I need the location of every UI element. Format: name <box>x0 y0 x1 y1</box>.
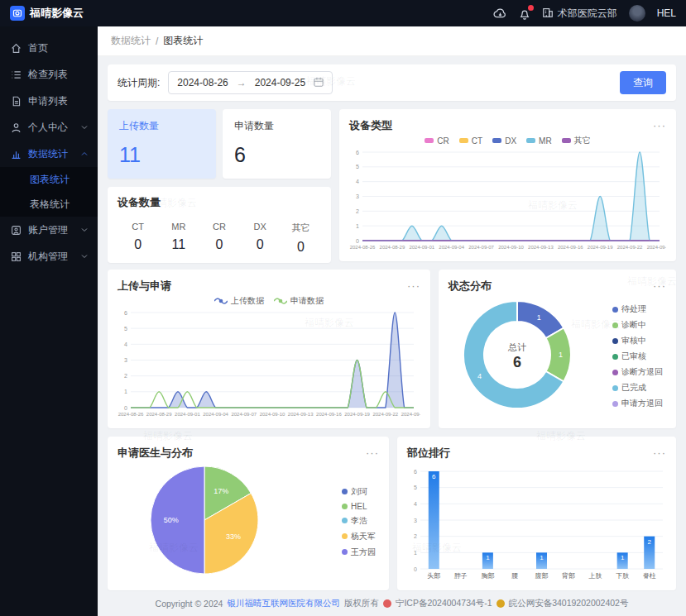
svg-text:2024-09-07: 2024-09-07 <box>468 245 494 250</box>
notification-bell-icon[interactable] <box>519 7 530 20</box>
legend-label: 李浩 <box>351 515 367 527</box>
data-statistics-submenu: 图表统计 表格统计 <box>0 167 98 217</box>
legend-item-诊断方退回[interactable]: 诊断方退回 <box>612 366 663 378</box>
sidebar-item-chart-statistics[interactable]: 图表统计 <box>0 167 98 192</box>
cloud-download-icon[interactable] <box>493 7 507 19</box>
svg-text:5: 5 <box>414 485 417 490</box>
date-range-picker[interactable]: 2024-08-26 → 2024-09-25 <box>168 71 333 94</box>
avatar[interactable] <box>629 5 645 21</box>
sidebar-item-account-management[interactable]: 账户管理 <box>0 217 98 243</box>
legend-item-审核中[interactable]: 审核中 <box>612 335 663 346</box>
svg-text:2: 2 <box>124 373 127 379</box>
legend-item-MR[interactable]: MR <box>526 136 552 146</box>
svg-text:脖子: 脖子 <box>454 572 468 580</box>
end-date: 2024-09-25 <box>255 77 305 88</box>
part-ranking-title: 部位排行 <box>407 446 450 461</box>
sidebar-item-label: 图表统计 <box>30 173 70 187</box>
legend-item-待处理[interactable]: 待处理 <box>612 303 663 315</box>
svg-text:2024-09-10: 2024-09-10 <box>260 412 285 417</box>
legend-item-其它[interactable]: 其它 <box>562 135 591 146</box>
svg-text:头部: 头部 <box>427 572 440 580</box>
company-link[interactable]: 银川福晴互联网医院有限公司 <box>227 598 340 609</box>
legend-item-HEL[interactable]: HEL <box>342 502 376 511</box>
more-menu-icon[interactable]: ··· <box>366 448 379 458</box>
legend-item-申请数据[interactable]: 申请数据 <box>274 295 324 307</box>
copyright-text: Copyright © 2024 <box>156 599 223 609</box>
legend-item-诊断中[interactable]: 诊断中 <box>612 319 663 331</box>
range-arrow: → <box>237 77 247 88</box>
legend-label: 已完成 <box>621 382 646 394</box>
legend-item-CR[interactable]: CR <box>425 136 449 146</box>
legend-item-上传数据[interactable]: 上传数据 <box>214 295 264 307</box>
police-number[interactable]: 皖公网安备34019202002402号 <box>509 598 629 609</box>
legend-label: MR <box>539 136 552 146</box>
legend-item-王方园[interactable]: 王方园 <box>342 547 376 558</box>
upload-apply-title: 上传与申请 <box>118 279 171 294</box>
legend-item-李浩[interactable]: 李浩 <box>342 515 376 527</box>
sidebar-item-exam-list[interactable]: 检查列表 <box>0 61 98 88</box>
legend-item-杨天军[interactable]: 杨天军 <box>342 531 376 542</box>
legend-label: DX <box>505 136 516 146</box>
svg-text:2024-09-04: 2024-09-04 <box>439 245 464 250</box>
svg-text:2024-09-22: 2024-09-22 <box>372 412 398 417</box>
legend-marker-icon <box>612 401 618 407</box>
upload-apply-chart: 01234562024-08-262024-08-292024-09-01202… <box>118 308 420 418</box>
svg-text:2024-09-25: 2024-09-25 <box>647 245 666 250</box>
svg-text:2: 2 <box>414 533 417 539</box>
sidebar-item-personal-center[interactable]: 个人中心 <box>0 114 98 141</box>
legend-marker-icon <box>342 549 348 555</box>
legend-item-刘珂[interactable]: 刘珂 <box>342 486 376 498</box>
device-count-title: 设备数量 <box>118 195 321 210</box>
legend-item-已完成[interactable]: 已完成 <box>612 382 663 394</box>
more-menu-icon[interactable]: ··· <box>653 121 666 131</box>
org-switcher[interactable]: 术部医院云部 <box>542 7 617 21</box>
query-button[interactable]: 查询 <box>620 71 666 94</box>
topbar: 福晴影像云 术部医院云部 HEL <box>0 0 686 26</box>
svg-text:上肢: 上肢 <box>588 572 602 580</box>
sidebar-item-label: 账户管理 <box>28 223 68 237</box>
more-menu-icon[interactable]: ··· <box>653 448 666 458</box>
sidebar-item-org-management[interactable]: 机构管理 <box>0 243 98 270</box>
legend-label: 上传数据 <box>231 295 264 307</box>
footer: Copyright © 2024 银川福晴互联网医院有限公司 版权所有 宁ICP… <box>98 591 686 616</box>
breadcrumb-parent[interactable]: 数据统计 <box>111 34 151 48</box>
legend-label: HEL <box>351 502 367 511</box>
legend-marker-icon <box>342 504 348 509</box>
calendar-icon <box>314 77 324 89</box>
legend-item-申请方退回[interactable]: 申请方退回 <box>612 398 663 409</box>
legend-marker-icon <box>612 370 618 375</box>
legend-marker-icon <box>612 338 618 344</box>
svg-text:0: 0 <box>414 566 417 572</box>
svg-text:2024-09-13: 2024-09-13 <box>528 245 554 250</box>
svg-text:2024-09-07: 2024-09-07 <box>231 412 257 417</box>
svg-text:4: 4 <box>356 179 359 184</box>
sidebar-item-table-statistics[interactable]: 表格统计 <box>0 192 98 217</box>
device-count-ct: CT 0 <box>118 222 158 255</box>
legend-item-已审核[interactable]: 已审核 <box>612 351 663 362</box>
legend-marker-icon <box>612 307 618 313</box>
svg-text:2024-08-29: 2024-08-29 <box>380 245 405 250</box>
legend-item-CT[interactable]: CT <box>459 136 482 146</box>
start-date: 2024-08-26 <box>177 77 228 88</box>
more-menu-icon[interactable]: ··· <box>653 281 666 291</box>
sidebar-item-home[interactable]: 首页 <box>0 35 98 61</box>
more-menu-icon[interactable]: ··· <box>407 281 420 291</box>
legend-label: 申请方退回 <box>621 398 663 409</box>
apply-count-value: 6 <box>234 143 319 167</box>
username[interactable]: HEL <box>657 7 676 19</box>
legend-item-DX[interactable]: DX <box>492 136 516 146</box>
legend-label: CT <box>472 136 482 146</box>
upload-apply-card: 上传与申请 ··· 上传数据申请数据 01234562024-08-262024… <box>108 270 430 428</box>
svg-text:5: 5 <box>124 326 127 332</box>
legend-label: 其它 <box>574 135 591 146</box>
svg-text:2024-09-25: 2024-09-25 <box>401 412 420 417</box>
svg-text:5: 5 <box>356 164 359 170</box>
svg-text:2024-08-26: 2024-08-26 <box>118 412 144 417</box>
sidebar-item-apply-list[interactable]: 申请列表 <box>0 88 98 114</box>
device-type-title: 设备类型 <box>349 118 392 133</box>
svg-text:0: 0 <box>124 405 127 411</box>
document-icon <box>10 96 22 107</box>
home-icon <box>10 43 22 54</box>
sidebar-item-data-statistics[interactable]: 数据统计 <box>0 141 98 167</box>
icp-number[interactable]: 宁ICP备2024004734号-1 <box>396 598 492 609</box>
